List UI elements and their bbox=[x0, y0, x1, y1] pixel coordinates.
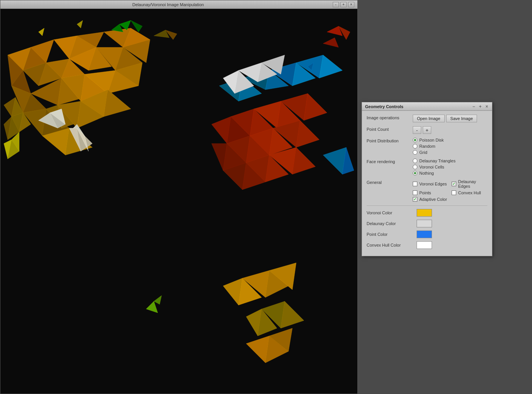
canvas-area bbox=[0, 9, 357, 394]
radio-poisson-disk-indicator bbox=[413, 138, 417, 142]
radio-voronoi-cells-label: Voronoi Cells bbox=[419, 165, 444, 169]
radio-delaunay-triangles-label: Delaunay Triangles bbox=[419, 159, 455, 163]
main-window-controls: - + × bbox=[333, 2, 354, 7]
image-ops-row: Image operations Open Image Save Image bbox=[367, 115, 487, 122]
main-close-button[interactable]: × bbox=[348, 2, 354, 7]
checkbox-adaptive-color[interactable]: Adaptive Color bbox=[413, 197, 449, 202]
panel-maximize-button[interactable]: + bbox=[478, 104, 482, 109]
voronoi-color-row: Voronoi Color bbox=[367, 209, 487, 217]
radio-random-indicator bbox=[413, 144, 417, 149]
face-rendering-label: Face rendering bbox=[367, 159, 413, 164]
radio-voronoi-cells-indicator bbox=[413, 165, 417, 169]
radio-voronoi-cells[interactable]: Voronoi Cells bbox=[413, 165, 487, 169]
convex-hull-color-swatch[interactable] bbox=[417, 241, 432, 249]
point-count-increment[interactable]: + bbox=[423, 126, 431, 134]
point-color-label: Point Color bbox=[367, 232, 417, 237]
general-label: General bbox=[367, 179, 413, 185]
checkbox-voronoi-edges[interactable]: Voronoi Edges bbox=[413, 179, 449, 189]
checkbox-points[interactable]: Points bbox=[413, 190, 449, 195]
radio-nothing-label: Nothing bbox=[419, 171, 434, 175]
save-image-button[interactable]: Save Image bbox=[446, 115, 477, 122]
delaunay-edges-label: Delaunay Edges bbox=[458, 179, 487, 189]
radio-poisson-disk[interactable]: Poisson Disk bbox=[413, 138, 487, 142]
delaunay-color-swatch[interactable] bbox=[417, 220, 432, 227]
delaunay-color-label: Delaunay Color bbox=[367, 221, 417, 226]
convex-hull-label: Convex Hull bbox=[458, 190, 481, 195]
radio-delaunay-triangles[interactable]: Delaunay Triangles bbox=[413, 159, 487, 163]
radio-grid-indicator bbox=[413, 150, 417, 155]
point-count-label: Point Count bbox=[367, 126, 413, 132]
main-window: Delaunay/Voronoi Image Manipulation - + … bbox=[0, 0, 358, 394]
point-distribution-label: Point Distribution bbox=[367, 138, 413, 143]
face-rendering-row: Face rendering Delaunay Triangles Vorono… bbox=[367, 159, 487, 175]
convex-hull-color-row: Convex Hull Color bbox=[367, 241, 487, 249]
voronoi-edges-indicator bbox=[413, 182, 417, 186]
point-distribution-row: Point Distribution Poisson Disk Random G… bbox=[367, 138, 487, 155]
point-distribution-options: Poisson Disk Random Grid bbox=[413, 138, 487, 155]
image-ops-label: Image operations bbox=[367, 115, 413, 120]
open-image-button[interactable]: Open Image bbox=[413, 115, 445, 122]
geometry-controls-panel: Geometry Controls − + × Image operations… bbox=[362, 102, 492, 256]
radio-grid-label: Grid bbox=[419, 150, 427, 155]
radio-nothing[interactable]: Nothing bbox=[413, 171, 487, 175]
panel-title-bar: Geometry Controls − + × bbox=[362, 102, 492, 111]
panel-title: Geometry Controls bbox=[365, 104, 404, 109]
radio-random-label: Random bbox=[419, 144, 435, 149]
radio-grid[interactable]: Grid bbox=[413, 150, 487, 155]
point-count-controls: - + bbox=[413, 126, 487, 134]
point-color-swatch[interactable] bbox=[417, 230, 432, 238]
convex-hull-color-label: Convex Hull Color bbox=[367, 243, 417, 247]
image-ops-buttons: Open Image Save Image bbox=[413, 115, 487, 122]
radio-nothing-indicator bbox=[413, 171, 417, 175]
point-count-decrement[interactable]: - bbox=[413, 126, 421, 134]
bird-visualization bbox=[0, 9, 357, 394]
radio-delaunay-triangles-indicator bbox=[413, 159, 417, 163]
point-count-row: Point Count - + bbox=[367, 126, 487, 134]
general-row: General Voronoi Edges Delaunay Edges Poi… bbox=[367, 179, 487, 202]
adaptive-color-indicator bbox=[413, 197, 417, 202]
panel-window-controls: − + × bbox=[472, 104, 489, 109]
general-checkboxes: Voronoi Edges Delaunay Edges Points Conv… bbox=[413, 179, 487, 202]
voronoi-edges-label: Voronoi Edges bbox=[419, 182, 447, 186]
points-indicator bbox=[413, 190, 417, 195]
panel-minimize-button[interactable]: − bbox=[472, 104, 476, 109]
main-window-title: Delaunay/Voronoi Image Manipulation bbox=[3, 2, 333, 7]
main-title-bar: Delaunay/Voronoi Image Manipulation - + … bbox=[0, 0, 357, 9]
points-label: Points bbox=[419, 190, 431, 195]
point-color-row: Point Color bbox=[367, 230, 487, 238]
radio-random[interactable]: Random bbox=[413, 144, 487, 149]
delaunay-color-row: Delaunay Color bbox=[367, 220, 487, 227]
panel-body: Image operations Open Image Save Image P… bbox=[362, 111, 492, 256]
delaunay-edges-indicator bbox=[452, 182, 456, 186]
checkbox-delaunay-edges[interactable]: Delaunay Edges bbox=[452, 179, 487, 189]
face-rendering-options: Delaunay Triangles Voronoi Cells Nothing bbox=[413, 159, 487, 175]
convex-hull-indicator bbox=[452, 190, 456, 195]
adaptive-color-label: Adaptive Color bbox=[419, 197, 447, 202]
voronoi-color-swatch[interactable] bbox=[417, 209, 432, 217]
checkbox-convex-hull[interactable]: Convex Hull bbox=[452, 190, 487, 195]
main-maximize-button[interactable]: + bbox=[340, 2, 347, 7]
main-minimize-button[interactable]: - bbox=[333, 2, 339, 7]
panel-close-button[interactable]: × bbox=[485, 104, 489, 109]
radio-poisson-disk-label: Poisson Disk bbox=[419, 138, 444, 142]
divider bbox=[367, 205, 487, 206]
voronoi-color-label: Voronoi Color bbox=[367, 210, 417, 215]
